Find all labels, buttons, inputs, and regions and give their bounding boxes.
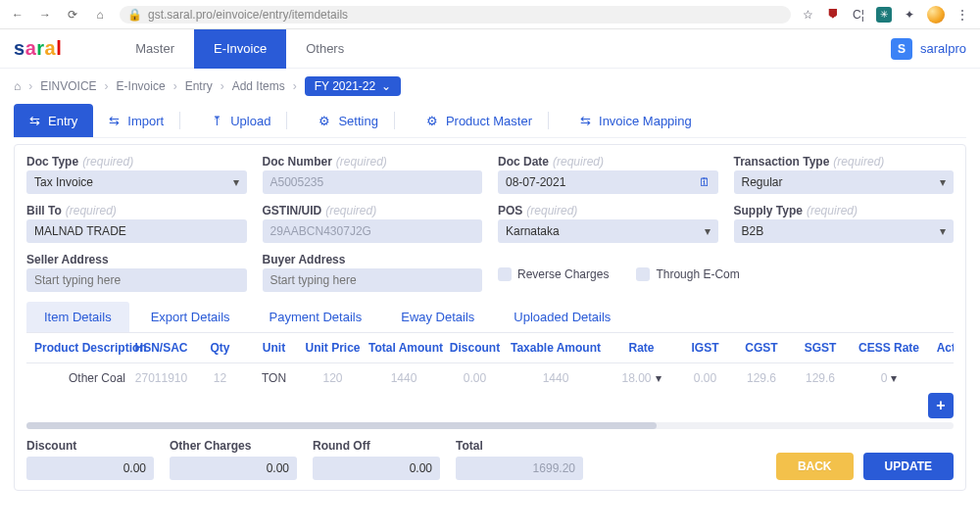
calendar-icon: 🗓: [699, 175, 710, 189]
action-tab-import[interactable]: ⇆ Import: [93, 104, 196, 137]
items-table: Product Description HSN/SAC Qty Unit Uni…: [26, 333, 954, 429]
plus-icon: +: [936, 397, 945, 414]
checkbox-box: [498, 267, 512, 281]
inner-tab-export-details[interactable]: Export Details: [133, 302, 248, 332]
td-sgst[interactable]: 129.6: [791, 363, 850, 393]
tab-master[interactable]: Master: [116, 29, 194, 69]
td-discount[interactable]: 0.00: [443, 363, 507, 393]
th-igst: IGST: [678, 333, 732, 363]
inner-tab-eway-details[interactable]: Eway Details: [383, 302, 492, 332]
gstin-value: 29AABCN4307J2G: [270, 224, 371, 238]
total-value-box: 1699.20: [456, 457, 583, 480]
browser-reload-icon[interactable]: ⟳: [65, 7, 80, 23]
tab-einvoice[interactable]: E-Invoice: [194, 29, 286, 69]
td-hsn[interactable]: 27011910: [129, 363, 193, 393]
ext-icon-1[interactable]: C¦: [851, 7, 866, 23]
buyer-address-field[interactable]: [270, 273, 475, 287]
chevron-down-icon: ▾: [940, 175, 946, 189]
inner-tab-item-details[interactable]: Item Details: [26, 302, 129, 332]
swap-icon: ⇆: [109, 114, 120, 128]
action-tab-product-master[interactable]: ⚙ Product Master: [411, 104, 564, 137]
td-cgst[interactable]: 129.6: [732, 363, 791, 393]
chevron-down-icon: ⌄: [381, 79, 391, 93]
browser-url-text: gst.saral.pro/einvoice/entry/itemdetails: [148, 8, 348, 22]
round-off-input[interactable]: 0.00: [313, 457, 440, 480]
buyer-address-input[interactable]: [263, 268, 483, 292]
ext-icon-2[interactable]: ✳: [876, 7, 892, 23]
back-button[interactable]: BACK: [776, 453, 854, 480]
breadcrumb-entry[interactable]: Entry: [185, 79, 213, 93]
gstin-input[interactable]: 29AABCN4307J2G: [263, 219, 483, 243]
action-tab-invoice-mapping[interactable]: ⇆ Invoice Mapping: [564, 104, 708, 137]
breadcrumb-einvoice[interactable]: EINVOICE: [40, 79, 96, 93]
extensions-icon[interactable]: ✦: [902, 7, 917, 23]
th-discount: Discount: [443, 333, 507, 363]
action-tab-setting[interactable]: ⚙ Setting: [303, 104, 410, 137]
td-unitprice[interactable]: 120: [301, 363, 365, 393]
action-tab-upload-label: Upload: [230, 114, 270, 128]
td-totalamt[interactable]: 1440: [365, 363, 443, 393]
swap-icon: ⇆: [580, 114, 591, 128]
browser-home-icon[interactable]: ⌂: [92, 7, 108, 23]
bill-to-value: MALNAD TRADE: [34, 224, 126, 238]
chevron-down-icon: ▾: [891, 371, 897, 385]
supply-type-label: Supply Type(required): [734, 204, 955, 217]
discount-total-input[interactable]: 0.00: [26, 457, 154, 480]
scrollbar-thumb[interactable]: [26, 422, 657, 429]
through-ecom-label: Through E-Com: [656, 267, 739, 281]
inner-tab-payment-details[interactable]: Payment Details: [252, 302, 380, 332]
update-button[interactable]: UPDATE: [863, 453, 954, 480]
doc-date-input[interactable]: 08-07-2021🗓: [498, 170, 718, 194]
seller-address-input[interactable]: [26, 268, 247, 292]
browser-profile-avatar[interactable]: [927, 6, 945, 24]
chevron-down-icon: ▾: [705, 224, 710, 238]
user-name[interactable]: saralpro: [920, 41, 966, 56]
td-igst[interactable]: 0.00: [678, 363, 732, 393]
upload-icon: ⤒: [212, 114, 222, 128]
th-taxable: Taxable Amount: [507, 333, 605, 363]
th-totalamt: Total Amount: [365, 333, 443, 363]
user-avatar-badge[interactable]: S: [891, 38, 912, 60]
action-tabs: ⇆ Entry ⇆ Import ⤒ Upload ⚙ Setting ⚙ Pr…: [14, 104, 966, 138]
browser-url-bar[interactable]: 🔒 gst.saral.pro/einvoice/entry/itemdetai…: [120, 6, 791, 24]
td-cess-select[interactable]: 0▾: [850, 363, 928, 393]
supply-type-select[interactable]: B2B▾: [734, 219, 955, 243]
action-tab-upload[interactable]: ⤒ Upload: [196, 104, 303, 137]
seller-address-field[interactable]: [34, 273, 239, 287]
breadcrumb-add-items[interactable]: Add Items: [232, 79, 285, 93]
doc-type-label: Doc Type(required): [26, 155, 247, 169]
doc-number-input[interactable]: A5005235: [263, 170, 483, 194]
transaction-type-select[interactable]: Regular▾: [734, 170, 955, 194]
breadcrumb-home-icon[interactable]: ⌂: [14, 79, 21, 93]
th-cgst: CGST: [732, 333, 791, 363]
td-rate-select[interactable]: 18.00▾: [605, 363, 678, 393]
tab-others[interactable]: Others: [286, 29, 364, 69]
doc-type-select[interactable]: Tax Invoice▾: [26, 170, 247, 194]
browser-menu-icon[interactable]: ⋮: [955, 7, 970, 23]
td-unit[interactable]: TON: [247, 363, 301, 393]
inner-tabs: Item Details Export Details Payment Deta…: [26, 302, 954, 333]
th-unit: Unit: [247, 333, 301, 363]
bill-to-input[interactable]: MALNAD TRADE: [26, 219, 247, 243]
add-row-button[interactable]: +: [928, 393, 954, 418]
doc-number-label: Doc Number(required): [263, 155, 483, 169]
pos-select[interactable]: Karnataka▾: [498, 219, 718, 243]
inner-tab-uploaded-details[interactable]: Uploaded Details: [496, 302, 628, 332]
ublock-icon[interactable]: ⛊: [825, 7, 841, 23]
reverse-charges-checkbox[interactable]: Reverse Charges: [498, 267, 609, 281]
td-qty[interactable]: 12: [193, 363, 247, 393]
delete-row-button[interactable]: 🗑: [928, 363, 954, 393]
fiscal-year-dropdown[interactable]: FY 2021-22 ⌄: [305, 76, 402, 96]
browser-back-icon[interactable]: ←: [10, 7, 25, 23]
td-taxable[interactable]: 1440: [507, 363, 605, 393]
other-charges-input[interactable]: 0.00: [170, 457, 297, 480]
top-nav-tabs: Master E-Invoice Others: [116, 29, 364, 69]
td-product[interactable]: Other Coal: [26, 363, 129, 393]
action-tab-entry[interactable]: ⇆ Entry: [14, 104, 93, 137]
th-sgst: SGST: [791, 333, 850, 363]
browser-forward-icon[interactable]: →: [37, 7, 53, 23]
breadcrumb-einvoice2[interactable]: E-Invoice: [117, 79, 166, 93]
horizontal-scrollbar[interactable]: [26, 422, 954, 429]
bookmark-star-icon[interactable]: ☆: [803, 8, 813, 22]
through-ecom-checkbox[interactable]: Through E-Com: [636, 267, 739, 281]
